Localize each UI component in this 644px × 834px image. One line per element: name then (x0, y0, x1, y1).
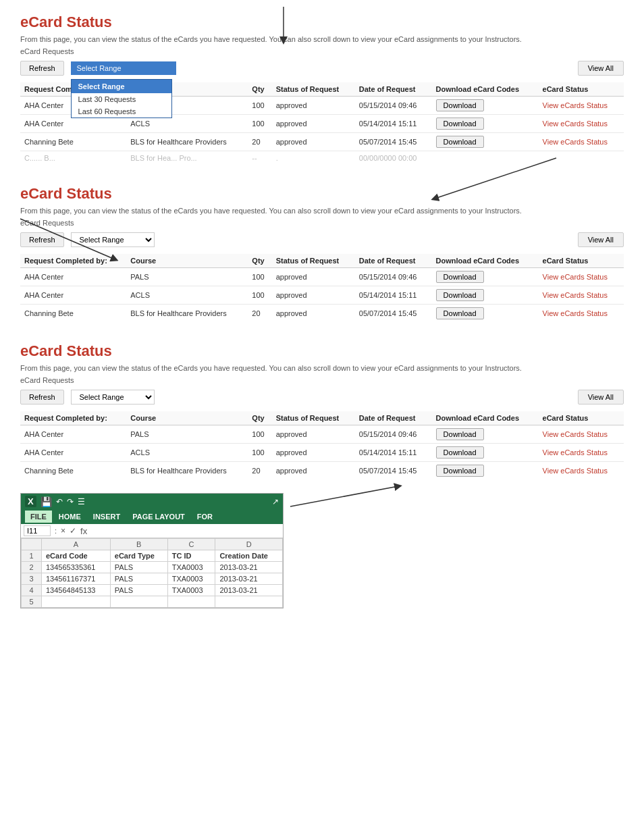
excel-formula-input[interactable] (91, 527, 280, 535)
excel-corner-cell (22, 539, 42, 550)
download-button-3b[interactable]: Download (436, 446, 484, 459)
section-1: eCard Status From this page, you can vie… (20, 14, 624, 165)
excel-cell-c2[interactable]: TXA0003 (167, 562, 215, 573)
dropdown-header-1: Select Range (72, 80, 171, 93)
excel-save-icon: 💾 (41, 496, 52, 507)
section-3: eCard Status From this page, you can vie… (20, 342, 624, 608)
td-course: BLS for Healthcare Providers (126, 133, 248, 151)
excel-x-mark: × (61, 526, 65, 536)
th-date-1: Date of Request (355, 82, 432, 97)
excel-redo-icon: ↷ (67, 497, 74, 506)
excel-cell-d2[interactable]: 2013-03-21 (215, 562, 283, 573)
excel-tab-formulas[interactable]: FOR (192, 511, 218, 523)
dropdown-item-last60-1[interactable]: Last 60 Requests (72, 105, 171, 118)
refresh-button-2[interactable]: Refresh (20, 232, 64, 247)
view-ecards-link-2b[interactable]: View eCards Status (543, 291, 608, 299)
th-ecardstatus-1: eCard Status (539, 82, 624, 97)
excel-rownum-2: 2 (22, 562, 42, 573)
dropdown-menu-1: Select Range Last 30 Requests Last 60 Re… (71, 79, 172, 118)
excel-tab-pagelayout[interactable]: PAGE LAYOUT (127, 511, 190, 523)
th-ecardstatus-2: eCard Status (539, 254, 624, 268)
excel-row-5: 5 (22, 596, 283, 608)
table-row: AHA Center PALS 100 approved 05/15/2014 … (20, 425, 624, 444)
excel-cell-b4[interactable]: PALS (110, 585, 167, 596)
excel-col-a: A (42, 539, 111, 550)
excel-cell-a2[interactable]: 134565335361 (42, 562, 111, 573)
excel-cell-d1[interactable]: Creation Date (215, 550, 283, 562)
excel-cell-a1[interactable]: eCard Code (42, 550, 111, 562)
td-ecardstatus: View eCards Status (539, 115, 624, 133)
td-qty-faded: -- (248, 151, 271, 165)
download-button-2c[interactable]: Download (436, 307, 484, 319)
table-row: AHA Center ACLS 100 approved 05/14/2014 … (20, 286, 624, 305)
view-ecards-link-2a[interactable]: View eCards Status (543, 273, 608, 281)
table-row: AHA Center PALS 100 approved 05/15/2014 … (20, 268, 624, 286)
section-1-sub: eCard Requests (20, 47, 624, 55)
excel-cell-c3[interactable]: TXA0003 (167, 573, 215, 585)
td-completed-faded: C...... B... (20, 151, 126, 165)
excel-cell-c1[interactable]: TC ID (167, 550, 215, 562)
excel-tab-home[interactable]: HOME (53, 511, 86, 523)
view-all-button-3[interactable]: View All (578, 390, 624, 405)
th-status-2: Status of Request (272, 254, 355, 268)
table-header-row-3: Request Completed by: Course Qty Status … (20, 411, 624, 425)
excel-tab-insert[interactable]: INSERT (88, 511, 126, 523)
download-button-2b[interactable]: Download (436, 289, 484, 301)
excel-cell-b2[interactable]: PALS (110, 562, 167, 573)
excel-cell-d4[interactable]: 2013-03-21 (215, 585, 283, 596)
excel-ribbon: FILE HOME INSERT PAGE LAYOUT FOR (21, 509, 283, 524)
refresh-button-1[interactable]: Refresh (20, 61, 64, 76)
download-button-2a[interactable]: Download (436, 271, 484, 283)
view-ecards-link-3a[interactable]: View eCards Status (543, 430, 608, 438)
view-ecards-link-3c[interactable]: View eCards Status (543, 467, 608, 475)
select-range-input-1[interactable] (71, 61, 176, 75)
excel-cell-b3[interactable]: PALS (110, 573, 167, 585)
excel-cell-c4[interactable]: TXA0003 (167, 585, 215, 596)
excel-corner-icon: ↗ (272, 497, 279, 506)
excel-cell-ref[interactable] (24, 525, 51, 536)
td-download: Download (432, 97, 539, 115)
excel-cell-a4[interactable]: 134564845133 (42, 585, 111, 596)
download-button[interactable]: Download (436, 118, 484, 130)
excel-cell-a5[interactable] (42, 596, 111, 608)
select-range-3[interactable]: Select Range Last 30 Requests Last 60 Re… (71, 390, 155, 405)
excel-cell-b1[interactable]: eCard Type (110, 550, 167, 562)
section-3-sub: eCard Requests (20, 376, 624, 384)
view-ecards-link-3b[interactable]: View eCards Status (543, 448, 608, 457)
td-status: approved (272, 97, 355, 115)
td-download-faded (432, 151, 539, 165)
table-row-faded: C...... B... BLS for Hea... Pro... -- . … (20, 151, 624, 165)
download-button[interactable]: Download (436, 99, 484, 111)
excel-col-header-row: A B C D (22, 539, 283, 550)
excel-cell-a3[interactable]: 134561167371 (42, 573, 111, 585)
view-ecards-link[interactable]: View eCards Status (543, 120, 608, 128)
section-2-sub: eCard Requests (20, 219, 624, 227)
select-range-2[interactable]: Select Range Last 30 Requests Last 60 Re… (71, 232, 155, 247)
view-all-button-2[interactable]: View All (578, 232, 624, 247)
section-2: eCard Status From this page, you can vie… (20, 185, 624, 322)
excel-undo-icon: ↶ (56, 497, 63, 506)
download-button-3c[interactable]: Download (436, 465, 484, 477)
table-row: Channing Bete BLS for Healthcare Provide… (20, 462, 624, 480)
view-ecards-link[interactable]: View eCards Status (543, 101, 608, 109)
view-ecards-link-2c[interactable]: View eCards Status (543, 309, 608, 317)
excel-cell-b5[interactable] (110, 596, 167, 608)
excel-cell-d3[interactable]: 2013-03-21 (215, 573, 283, 585)
th-status-1: Status of Request (272, 82, 355, 97)
refresh-button-3[interactable]: Refresh (20, 390, 64, 405)
download-button-3a[interactable]: Download (436, 428, 484, 440)
dropdown-item-last30-1[interactable]: Last 30 Requests (72, 93, 171, 105)
excel-rownum-5: 5 (22, 596, 42, 608)
excel-rownum-3: 3 (22, 573, 42, 585)
excel-cell-c5[interactable] (167, 596, 215, 608)
excel-tab-file[interactable]: FILE (25, 511, 52, 523)
download-button[interactable]: Download (436, 136, 484, 148)
view-all-button-1[interactable]: View All (578, 61, 624, 76)
excel-cell-d5[interactable] (215, 596, 283, 608)
excel-panel: X 💾 ↶ ↷ ☰ ↗ FILE HOME INSERT PAGE LAYOUT… (20, 493, 284, 608)
section-1-title: eCard Status (20, 14, 624, 31)
view-ecards-link[interactable]: View eCards Status (543, 138, 608, 146)
th-download-1: Download eCard Codes (432, 82, 539, 97)
excel-x-icon: X (25, 496, 36, 507)
excel-row-1: 1 eCard Code eCard Type TC ID Creation D… (22, 550, 283, 562)
